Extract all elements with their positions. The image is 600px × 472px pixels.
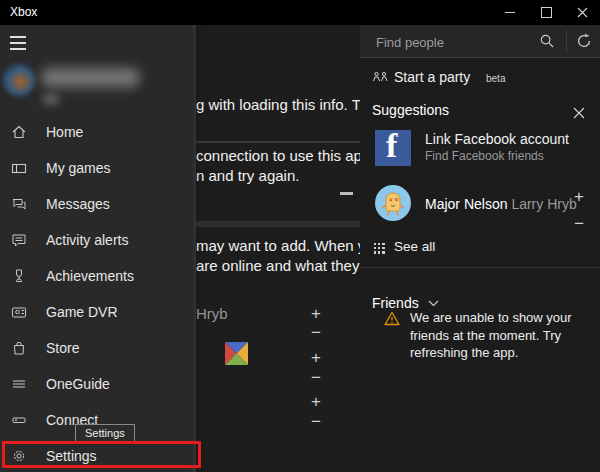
connect-icon [11, 412, 27, 428]
search-input[interactable] [374, 25, 528, 59]
start-party-button[interactable]: Start a party beta [360, 64, 600, 92]
user-name-redacted [42, 68, 139, 87]
window-controls [492, 0, 600, 25]
sidebar-item-label: Home [46, 124, 83, 140]
maximize-icon [541, 7, 552, 18]
sidebar-item-label: Activity alerts [46, 232, 128, 248]
sidebar-item-my-games[interactable]: My games [0, 150, 190, 186]
messages-icon [11, 196, 27, 212]
person-name-fragment: Hryb [196, 305, 228, 322]
refresh-icon [576, 33, 592, 49]
sidebar-item-label: Store [46, 340, 79, 356]
plus-icon: + [574, 187, 584, 207]
sidebar-item-label: OneGuide [46, 376, 110, 392]
hamburger-menu-button[interactable] [10, 36, 26, 50]
xbox-app-window: Xbox g with loading this info. Try conne… [0, 0, 600, 472]
search-icon [539, 33, 555, 49]
close-x-icon [573, 107, 585, 119]
oneguide-icon [11, 376, 27, 392]
remove-suggestion-button[interactable]: − [306, 324, 326, 342]
my-games-icon [11, 160, 27, 176]
add-friend-button[interactable]: + [306, 393, 326, 411]
see-all-label: See all [394, 239, 435, 254]
link-facebook-title[interactable]: Link Facebook account [425, 131, 569, 147]
refresh-button[interactable] [568, 25, 600, 57]
broken-image-placeholder-icon [225, 342, 248, 365]
game-dvr-icon [11, 304, 27, 320]
search-button[interactable] [532, 25, 562, 57]
remove-suggestion-button[interactable]: − [306, 369, 326, 387]
sidebar-item-store[interactable]: Store [0, 330, 190, 366]
facebook-logo[interactable]: f [375, 130, 411, 166]
dismiss-suggestions-button[interactable] [566, 101, 592, 125]
chevron-down-icon [428, 300, 439, 307]
titlebar: Xbox [0, 0, 600, 25]
error-text-fragment: g with loading this info. Try [196, 96, 373, 113]
minus-icon: − [574, 214, 584, 234]
close-icon [577, 7, 588, 18]
divider-dash [340, 192, 353, 195]
home-icon [11, 124, 27, 140]
link-facebook-subtitle: Find Facebook friends [425, 149, 544, 163]
friends-warning-message: We are unable to show your friends at th… [410, 309, 576, 362]
maximize-button[interactable] [528, 0, 564, 25]
navigation-drawer: Home My games Messages Activity alerts [0, 25, 190, 472]
sidebar-item-activity-alerts[interactable]: Activity alerts [0, 222, 190, 258]
suggestions-heading: Suggestions [372, 102, 449, 118]
facebook-f-letter: f [386, 130, 397, 165]
add-friend-button[interactable]: + [306, 305, 326, 323]
tooltip-label: Settings [85, 427, 125, 439]
gamertag: Major Nelson [425, 196, 507, 212]
find-people-searchbar [360, 25, 600, 58]
suggestion-text-fragment: may want to add. When you [196, 237, 382, 254]
people-panel: Start a party beta Suggestions f Link Fa… [360, 25, 600, 472]
achievements-icon [11, 268, 27, 284]
avatar[interactable] [375, 185, 411, 221]
close-button[interactable] [564, 0, 600, 25]
sidebar-item-oneguide[interactable]: OneGuide [0, 366, 190, 402]
remove-suggestion-button[interactable]: − [566, 212, 592, 236]
person-name[interactable]: Major Nelson Larry Hryb [425, 196, 577, 212]
sidebar-item-label: Achievements [46, 268, 134, 284]
warning-icon [384, 311, 400, 326]
error-text-fragment: connection to use this app. [196, 147, 374, 164]
party-beta-badge: beta [486, 73, 505, 84]
add-friend-button[interactable]: + [306, 349, 326, 367]
scrollbar[interactable] [189, 25, 196, 472]
divider [360, 267, 600, 268]
user-subtext-redacted [43, 95, 59, 104]
annotation-highlight-box [2, 441, 201, 468]
minimize-button[interactable] [492, 0, 528, 25]
sidebar-item-achievements[interactable]: Achievements [0, 258, 190, 294]
sidebar-item-label: Game DVR [46, 304, 118, 320]
suggestion-text-fragment: are online and what they are [196, 257, 385, 274]
grid-icon [374, 243, 385, 254]
party-icon [372, 70, 389, 85]
window-title: Xbox [10, 0, 37, 25]
activity-alerts-icon [11, 232, 27, 248]
user-avatar[interactable] [3, 64, 35, 96]
sidebar-item-home[interactable]: Home [0, 114, 190, 150]
sidebar-item-label: Messages [46, 196, 110, 212]
section-divider [192, 221, 360, 227]
sidebar-item-label: My games [46, 160, 111, 176]
sidebar-item-game-dvr[interactable]: Game DVR [0, 294, 190, 330]
sidebar-item-messages[interactable]: Messages [0, 186, 190, 222]
divider [566, 30, 567, 52]
store-icon [11, 340, 27, 356]
see-all-button[interactable]: See all [360, 236, 600, 260]
remove-suggestion-button[interactable]: − [306, 413, 326, 431]
minimize-icon [505, 12, 515, 13]
add-friend-button[interactable]: + [566, 185, 592, 209]
party-label: Start a party [394, 69, 470, 85]
section-divider [192, 141, 360, 143]
error-text-fragment: n and try again. [196, 167, 299, 184]
